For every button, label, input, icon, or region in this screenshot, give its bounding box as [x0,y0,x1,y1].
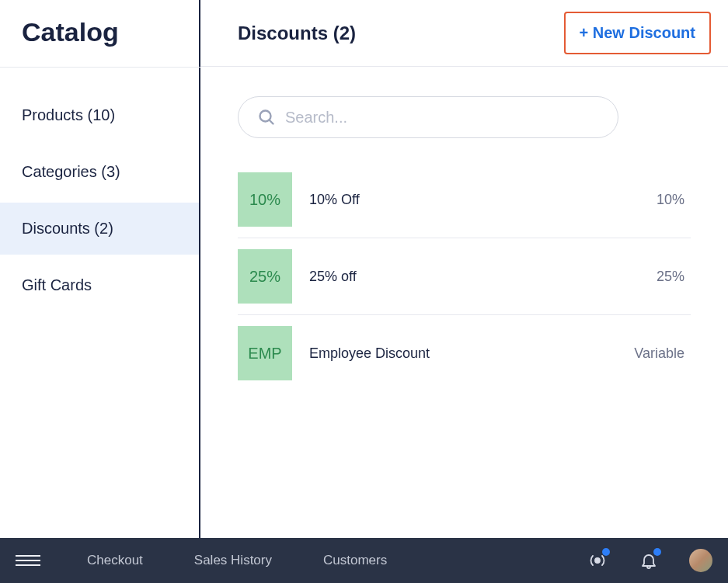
footer-link-customers[interactable]: Customers [323,553,387,568]
footer-link-sales-history[interactable]: Sales History [194,553,272,568]
list-item[interactable]: EMP Employee Discount Variable [238,315,691,391]
new-discount-highlight: + New Discount [564,12,711,54]
broadcast-icon[interactable] [587,550,608,571]
discount-badge: 10% [238,172,292,227]
sidebar-item-products[interactable]: Products (10) [0,89,199,141]
notification-dot [653,548,661,556]
content-header: Discounts (2) + New Discount [200,0,728,67]
discount-badge: EMP [238,326,292,380]
search-icon [257,108,276,127]
discount-badge: 25% [238,249,292,304]
notification-dot [602,548,610,556]
sidebar: Catalog Products (10) Categories (3) Dis… [0,0,200,538]
bell-icon[interactable] [638,550,660,571]
search-field[interactable] [238,96,618,138]
discount-value: 10% [657,192,691,208]
discount-name: 10% Off [309,192,639,208]
discount-list: 10% 10% Off 10% 25% 25% off 25% EMP Empl… [200,155,728,391]
sidebar-item-giftcards[interactable]: Gift Cards [0,259,199,311]
footer: Checkout Sales History Customers [0,538,728,583]
svg-point-2 [595,558,600,563]
discount-name: Employee Discount [309,345,617,362]
discount-value: 25% [657,269,691,285]
new-discount-button[interactable]: + New Discount [580,24,695,42]
sidebar-item-discounts[interactable]: Discounts (2) [0,203,199,255]
menu-icon[interactable] [16,555,40,566]
search-input[interactable] [285,109,599,127]
sidebar-item-categories[interactable]: Categories (3) [0,146,199,198]
discount-value: Variable [634,345,691,362]
sidebar-title: Catalog [0,0,199,69]
discount-name: 25% off [309,269,639,285]
list-item[interactable]: 10% 10% Off 10% [238,161,691,238]
svg-line-1 [270,120,273,124]
divider [0,67,200,68]
footer-link-checkout[interactable]: Checkout [87,553,143,568]
page-title: Discounts (2) [238,23,356,44]
list-item[interactable]: 25% 25% off 25% [238,238,691,315]
avatar[interactable] [689,549,712,572]
content: Discounts (2) + New Discount 10% 10% [200,0,728,538]
